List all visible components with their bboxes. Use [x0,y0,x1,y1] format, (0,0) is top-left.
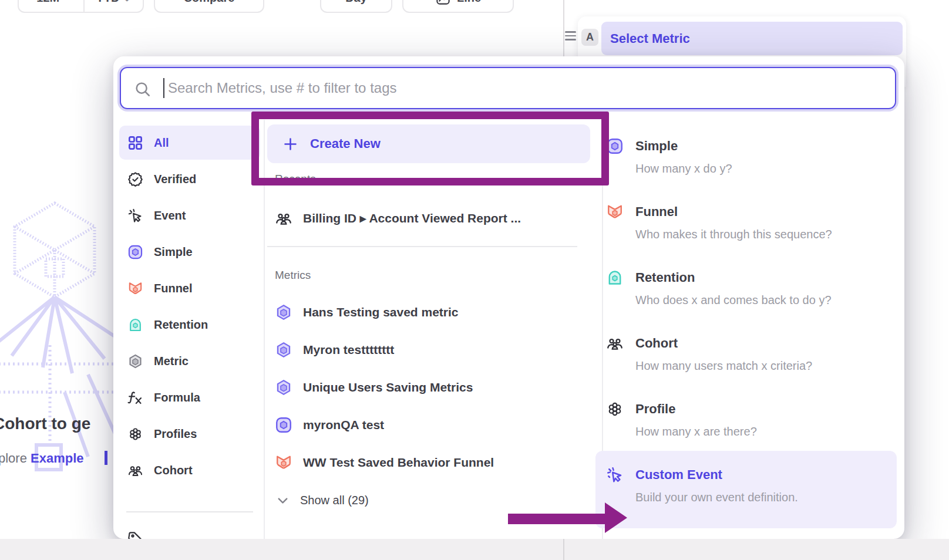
drag-handle-icon[interactable] [565,31,576,41]
formula-fx-icon [127,390,143,406]
chevron-down-icon: ⌄ [123,0,131,4]
profile-cluster-icon [606,400,624,418]
metric-item-label: Unique Users Saving Metrics [303,380,473,394]
retention-arch-icon [606,269,624,286]
sidebar-label: Formula [154,391,200,404]
sidebar-label: Simple [154,245,193,259]
day-granularity-button[interactable]: Day [320,0,392,13]
search-ring [117,65,898,112]
metric-item-label: myronQA test [303,418,384,432]
people-icon [127,463,143,478]
type-description: Who makes it through this sequence? [635,227,832,242]
type-title: Profile [635,400,675,418]
middle-divider [267,246,577,247]
range-ytd-button[interactable]: YTD⌄ [83,0,143,12]
clipped-link-sliver [105,451,107,465]
background-illustration [0,198,117,480]
sidebar-item-retention[interactable]: Retention [119,308,260,342]
type-title: Simple [635,137,678,155]
simple-squircle-icon [275,416,292,434]
sidebar-label: Cohort [154,464,193,477]
series-a-badge: A [581,29,598,46]
metric-item-label: Myron testttttttt [303,343,394,357]
chart-type-line-button[interactable]: Line [402,0,514,13]
metric-list-item[interactable]: Myron testttttttt [275,338,394,362]
range-12m-label: 12M [36,0,59,5]
type-title: Retention [635,269,695,286]
recent-item-label: Billing ID ▸ Account Viewed Report ... [303,211,521,225]
metric-item-label: WW Test Saved Behavior Funnel [303,456,494,470]
compare-label: Compare [184,0,235,5]
sidebar-label: Event [154,209,186,222]
select-metric-label: Select Metric [610,31,690,46]
date-range-segmented-control[interactable]: 12M YTD⌄ [18,0,144,13]
sidebar-item-all[interactable]: All [119,126,260,160]
sidebar-label: Funnel [154,282,193,295]
sidebar-item-event[interactable]: Event [119,198,260,232]
metric-list-item[interactable]: myronQA test [275,413,384,437]
line-label: Line [457,0,481,5]
sidebar-item-cohort[interactable]: Cohort [119,453,260,487]
type-description: How many x do y? [635,161,732,176]
funnel-icon [127,281,143,296]
metric-list-item[interactable]: Hans Testing saved metric [275,301,459,324]
sidebar-label: All [154,136,169,150]
type-description: Who does x and comes back to do y? [635,292,832,308]
sidebar-label: Profiles [154,427,197,441]
people-icon [606,335,624,352]
recent-item-row[interactable]: Billing ID ▸ Account Viewed Report ... [275,207,521,230]
type-description: Build your own event definition. [635,490,798,505]
verified-badge-icon [127,171,143,187]
type-description: How many users match x criteria? [635,358,812,373]
day-label: Day [345,0,367,5]
annotation-highlight-rectangle [251,112,609,185]
search-input[interactable] [121,68,895,108]
sidebar-item-tags-clipped[interactable]: Tags [119,521,260,539]
sidebar-item-profiles[interactable]: Profiles [119,417,260,451]
retention-arch-icon [127,317,143,333]
screen: 12M YTD⌄ Compare Day Line Cohort to ge x… [0,0,949,560]
sidebar-item-funnel[interactable]: Funnel [119,271,260,305]
hexagon-purple-icon [275,379,292,396]
subtext-fragment: xplore [0,451,27,465]
search-box[interactable] [120,67,896,109]
show-all-toggle[interactable]: Show all (29) [275,488,369,512]
type-title: Custom Event [635,466,722,484]
line-chart-icon [435,0,451,6]
bottom-page-strip [0,539,949,560]
metric-list-item[interactable]: Unique Users Saving Metrics [275,376,473,399]
tag-icon [127,531,143,539]
funnel-icon [606,203,624,221]
sidebar-item-metric[interactable]: Metric [119,344,260,378]
funnel-icon [275,454,292,471]
metrics-header: Metrics [275,269,311,282]
sidebar-section-divider [126,511,253,512]
sidebar-item-simple[interactable]: Simple [119,235,260,269]
background-headline-fragment: Cohort to ge [0,414,90,433]
select-metric-pill[interactable]: Select Metric [601,22,903,55]
sidebar-item-formula[interactable]: Formula [119,380,260,414]
grid-icon [127,135,143,151]
sidebar-label: Metric [154,355,189,368]
sidebar-item-verified[interactable]: Verified [119,162,260,196]
show-all-label: Show all (29) [300,494,369,507]
hexagon-icon [127,353,143,369]
metric-item-label: Hans Testing saved metric [303,305,459,319]
example-link-fragment[interactable]: Example [31,451,84,465]
range-ytd-label: YTD [96,0,120,5]
compare-button[interactable]: Compare [154,0,264,13]
simple-squircle-icon [127,244,143,260]
cursor-spark-icon [127,208,143,224]
profile-cluster-icon [127,426,143,442]
chevron-down-icon [275,492,291,508]
metric-list-item[interactable]: WW Test Saved Behavior Funnel [275,451,494,474]
type-description: How many x are there? [635,424,757,439]
hexagon-purple-icon [275,341,292,359]
background-subtext: xplore Example [0,451,84,466]
people-icon [275,210,292,227]
type-title: Funnel [635,203,678,221]
sidebar-label: Verified [154,173,196,186]
cursor-spark-purple-icon [606,466,624,484]
range-12m-button[interactable]: 12M [19,0,78,12]
annotation-arrow [505,487,631,548]
